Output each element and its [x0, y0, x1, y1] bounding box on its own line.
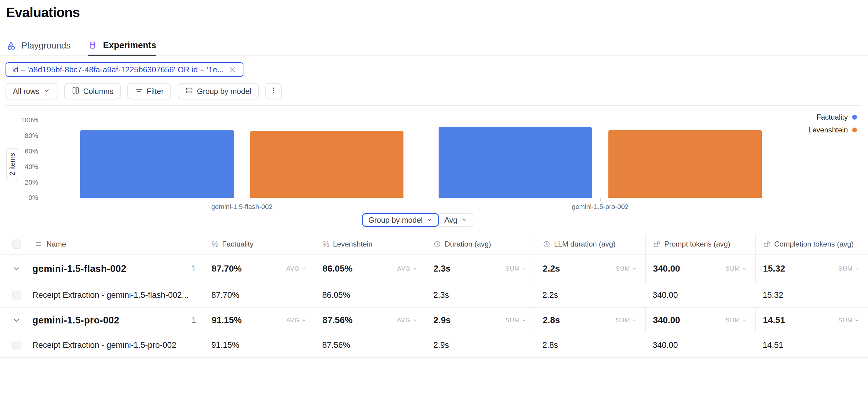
- close-icon[interactable]: [229, 66, 237, 73]
- row-checkbox[interactable]: [12, 341, 21, 350]
- header-factuality[interactable]: % Factuality: [204, 234, 315, 254]
- cell-completion-tokens: 15.32: [763, 291, 783, 300]
- row-name[interactable]: Receipt Extraction - gemini-1.5-pro-002: [32, 340, 176, 350]
- menu-icon: [35, 240, 42, 248]
- agg-selector[interactable]: SUM: [505, 265, 527, 272]
- cell-factuality: 87.70%: [212, 264, 242, 274]
- agg-selector[interactable]: AVG: [286, 265, 306, 272]
- cell-factuality: 91.15%: [211, 340, 240, 350]
- row-name[interactable]: gemini-1.5-flash-002: [32, 263, 126, 274]
- table-row-group-flash[interactable]: gemini-1.5-flash-002 1 87.70% AVG 86.05%…: [0, 255, 868, 283]
- cell-duration: 2.9s: [433, 340, 449, 350]
- cell-prompt-tokens: 340.00: [653, 291, 678, 300]
- table-row-group-pro[interactable]: gemini-1.5-pro-002 1 91.15% AVG 87.56% A…: [0, 307, 868, 333]
- table-toolbar: All rows Columns Filter Group by model: [5, 83, 282, 99]
- group-by-label: Group by model: [197, 87, 251, 96]
- legend-dot: [852, 115, 857, 120]
- agg-selector[interactable]: AVG: [397, 317, 417, 324]
- cell-levenshtein: 86.05%: [322, 264, 352, 274]
- cell-factuality: 87.70%: [211, 291, 240, 300]
- percent-icon: %: [322, 240, 329, 249]
- group-by-model-select[interactable]: Group by model: [362, 213, 439, 227]
- row-count: 1: [191, 264, 196, 273]
- tab-playgrounds[interactable]: Playgrounds: [6, 41, 70, 55]
- header-label: Duration (avg): [445, 240, 491, 249]
- header-name[interactable]: Name: [31, 234, 204, 254]
- tab-experiments[interactable]: Experiments: [88, 40, 156, 56]
- y-axis-tick: 60%: [0, 148, 38, 155]
- filter-chip[interactable]: id = 'a8d195bf-8bc7-48fa-a9af-1225b63076…: [5, 62, 243, 77]
- cell-completion-tokens: 14.51: [763, 340, 783, 350]
- cell-duration: 2.3s: [433, 264, 451, 274]
- cell-duration: 2.3s: [433, 291, 449, 300]
- header-levenshtein[interactable]: % Levenshtein: [315, 234, 426, 254]
- cell-factuality: 91.15%: [212, 315, 242, 325]
- legend-dot: [852, 128, 857, 132]
- clock-icon: [433, 240, 441, 248]
- x-axis-label: gemini-1.5-pro-002: [572, 203, 628, 211]
- agg-selector[interactable]: SUM: [838, 265, 860, 272]
- header-duration[interactable]: Duration (avg): [426, 234, 535, 254]
- header-completion-tokens[interactable]: Completion tokens (avg): [755, 234, 868, 254]
- agg-selector[interactable]: SUM: [838, 317, 860, 324]
- header-llm-duration[interactable]: LLM duration (avg): [535, 234, 645, 254]
- x-axis-tick: [242, 198, 243, 201]
- bar-levenshtein-gemini-1.5-flash-002[interactable]: [250, 131, 403, 198]
- row-checkbox[interactable]: [12, 291, 21, 300]
- shapes-icon: [6, 41, 16, 51]
- row-count: 1: [191, 316, 196, 325]
- tokens-icon: [763, 240, 771, 248]
- cell-llm-duration: 2.8s: [543, 315, 560, 325]
- filter-chip-row: id = 'a8d195bf-8bc7-48fa-a9af-1225b63076…: [5, 62, 243, 77]
- bar-factuality-gemini-1.5-flash-002[interactable]: [80, 130, 234, 198]
- row-name[interactable]: gemini-1.5-pro-002: [32, 315, 119, 326]
- more-options-button[interactable]: [266, 83, 282, 99]
- columns-icon: [71, 86, 80, 96]
- agg-selector[interactable]: SUM: [616, 265, 637, 272]
- all-rows-dropdown[interactable]: All rows: [5, 83, 57, 99]
- agg-selector[interactable]: AVG: [286, 317, 306, 324]
- all-rows-label: All rows: [13, 87, 40, 96]
- kebab-icon: [270, 86, 278, 96]
- cell-prompt-tokens: 340.00: [653, 340, 678, 350]
- agg-selector[interactable]: AVG: [397, 265, 417, 272]
- tokens-icon: [653, 240, 661, 248]
- cell-prompt-tokens: 340.00: [653, 264, 680, 274]
- header-label: Factuality: [222, 240, 253, 249]
- legend-item-factuality[interactable]: Factuality: [816, 113, 857, 122]
- table-row-experiment-flash[interactable]: Receipt Extraction - gemini-1.5-flash-00…: [0, 283, 868, 307]
- header-label: Levenshtein: [333, 240, 372, 249]
- cell-completion-tokens: 14.51: [763, 315, 785, 325]
- agg-selector[interactable]: SUM: [726, 265, 747, 272]
- cell-llm-duration: 2.2s: [542, 291, 558, 300]
- chevron-down-icon[interactable]: [12, 316, 21, 325]
- cell-duration: 2.9s: [433, 315, 451, 325]
- agg-selector[interactable]: SUM: [726, 317, 747, 324]
- table-row-experiment-pro[interactable]: Receipt Extraction - gemini-1.5-pro-002 …: [0, 333, 868, 358]
- legend-item-levenshtein[interactable]: Levenshtein: [808, 126, 857, 134]
- header-prompt-tokens[interactable]: Prompt tokens (avg): [645, 234, 755, 254]
- row-name[interactable]: Receipt Extraction - gemini-1.5-flash-00…: [32, 291, 189, 300]
- clock-icon: [543, 240, 550, 248]
- cell-prompt-tokens: 340.00: [653, 315, 680, 325]
- aggregation-select[interactable]: Avg: [437, 213, 473, 227]
- bar-levenshtein-gemini-1.5-pro-002[interactable]: [609, 130, 762, 198]
- divider: [5, 105, 861, 106]
- page-title: Evaluations: [6, 5, 80, 20]
- evaluations-page: Evaluations Playgrounds Experiments: [0, 0, 868, 393]
- header-label: Name: [46, 240, 66, 249]
- chevron-down-icon: [461, 216, 467, 225]
- y-axis-tick: 0%: [0, 194, 38, 201]
- agg-selector[interactable]: SUM: [616, 317, 637, 324]
- filter-button[interactable]: Filter: [127, 83, 171, 99]
- agg-selector[interactable]: SUM: [505, 317, 527, 324]
- cell-completion-tokens: 15.32: [763, 264, 785, 274]
- bar-factuality-gemini-1.5-pro-002[interactable]: [439, 127, 592, 198]
- chevron-down-icon[interactable]: [12, 265, 21, 273]
- columns-button[interactable]: Columns: [64, 83, 121, 99]
- filter-label: Filter: [147, 87, 164, 96]
- group-by-model-button[interactable]: Group by model: [178, 83, 259, 99]
- tab-experiments-label: Experiments: [103, 40, 156, 50]
- select-all-checkbox[interactable]: [12, 239, 21, 249]
- group-by-select-label: Group by model: [368, 216, 423, 225]
